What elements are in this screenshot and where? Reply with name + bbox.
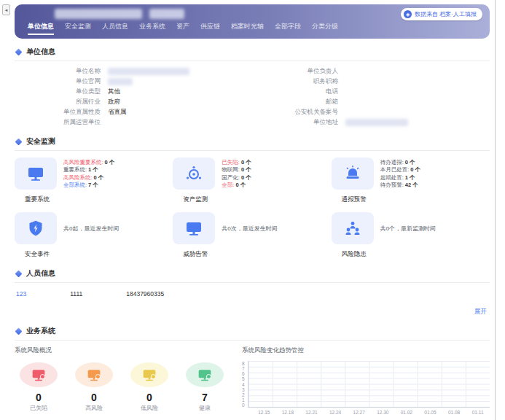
data-source-badge[interactable]: ◈ 数据来自 档案·人工填报	[401, 8, 482, 20]
header-tab[interactable]: 全部字段	[275, 22, 301, 35]
field-label: 所属运营单位	[15, 117, 101, 127]
risk-icon-oval	[186, 362, 224, 387]
field-value: 政府	[108, 97, 120, 106]
field-row: 单位官网	[15, 77, 252, 86]
header-tab[interactable]: 业务系统	[139, 22, 165, 35]
stat-line: 待办预警:42 个	[380, 182, 420, 189]
header-tab[interactable]: 档案时光轴	[231, 22, 264, 35]
stat-line: 高风险系统:0 个	[63, 174, 114, 182]
risk-overview-card: 0 高风险	[70, 362, 118, 412]
field-value	[108, 78, 133, 85]
security-event-card[interactable]: 共0起，最近发生时间 安全事件	[15, 212, 173, 259]
header-tab[interactable]: 安全监测	[65, 22, 91, 35]
person-phone: 18437960335	[126, 290, 164, 298]
person-dept: 1111	[70, 290, 82, 298]
x-tick: 12.30	[371, 408, 395, 415]
stat-line: 全部:0 个	[222, 182, 251, 189]
section-header-security: 安全监测	[15, 136, 490, 151]
system-status-icon	[31, 368, 46, 382]
x-tick: 12.24	[324, 408, 348, 415]
system-status-icon	[197, 368, 212, 382]
y-tick: 5	[242, 376, 245, 381]
field-value	[345, 119, 408, 126]
risk-label: 高风险	[85, 404, 103, 412]
risk-icon-oval	[130, 362, 168, 387]
collapse-panel-button[interactable]: ◂	[2, 4, 10, 15]
risk-count: 0	[146, 392, 152, 403]
header-tabs: 单位信息 安全监测 人员信息 业务系统 资产 供应链 档案时光轴 全部字段 分类…	[28, 22, 338, 35]
risk-count: 0	[36, 392, 42, 403]
alarm-icon	[344, 165, 361, 182]
database-icon: ◈	[404, 10, 412, 18]
section-bullet-icon	[15, 138, 23, 145]
person-name-link[interactable]: 123	[16, 290, 26, 298]
system-status-icon	[87, 368, 101, 382]
field-row: 单位名称	[15, 66, 252, 76]
security-event-cards: 共0起，最近发生时间 安全事件 共0次，最近发生时间	[15, 206, 490, 260]
expand-row: 展开	[15, 298, 490, 318]
event-card-text: 共0个，最新监测时间	[380, 225, 436, 233]
header-tab[interactable]: 资产	[176, 22, 189, 35]
section-title: 业务系统	[26, 326, 55, 336]
data-source-label: 数据来自 档案·人工填报	[415, 10, 477, 18]
security-event-card[interactable]: 共0次，最近发生时间 威胁告警	[173, 212, 331, 259]
event-card-text: 共0次，最近发生时间	[222, 225, 277, 233]
field-row: 电话	[252, 87, 490, 96]
stat-line: 高风险重要系统:0 个	[63, 159, 114, 166]
event-card-text: 共0起，最近发生时间	[63, 225, 119, 233]
redacted-unit-subtitle	[149, 9, 184, 19]
field-value: 其他	[108, 87, 120, 96]
risk-label: 已失陷	[30, 404, 47, 412]
header-tab[interactable]: 供应链	[200, 22, 220, 35]
security-stat-card[interactable]: 待办通报:0 个本月已处置:0 个超期处置:1 个待办预警:42 个 通报预警	[332, 158, 490, 204]
y-tick: 7	[242, 366, 245, 371]
field-label: 邮箱	[252, 97, 338, 106]
x-tick: 12.18	[276, 408, 300, 415]
section-header-business: 业务系统	[15, 326, 490, 341]
field-row: 职务职称	[252, 77, 490, 86]
chart-y-axis: 876543210	[242, 361, 248, 408]
field-label: 单位直属性质	[15, 107, 101, 117]
x-tick: 01.05	[418, 408, 442, 415]
section-header-unit-info: 单位信息	[15, 47, 490, 61]
security-stat-card[interactable]: 已失陷:0 个物联网:0 个国产化:0 个全部:0 个 资产监测	[173, 158, 331, 204]
section-bullet-icon	[15, 270, 23, 277]
risk-overview-card: 7 健康	[181, 362, 229, 412]
field-label: 单位负责人	[252, 66, 338, 76]
security-stat-card[interactable]: 高风险重要系统:0 个重要系统:1 个高风险系统:0 个全部系统:7 个 重要系…	[15, 158, 173, 204]
stat-line: 待办通报:0 个	[380, 159, 420, 166]
field-label: 单位名称	[15, 66, 101, 76]
person-row: 123 1111 18437960335	[15, 283, 490, 298]
risk-icon-oval	[75, 362, 113, 387]
field-row: 所属运营单位	[15, 117, 252, 127]
header-banner: ◈ 数据来自 档案·人工填报 单位信息 安全监测 人员信息 业务系统 资产 供应…	[15, 4, 490, 39]
stat-line: 超期处置:1 个	[380, 174, 420, 182]
section-title: 人员信息	[26, 268, 55, 279]
card-icon	[15, 212, 57, 244]
section-title: 单位信息	[26, 47, 55, 57]
risk-overview-cards: 0 已失陷 0 高风险	[15, 362, 233, 412]
section-header-person: 人员信息	[15, 268, 490, 283]
y-tick: 6	[242, 371, 245, 376]
card-label: 威胁告警	[183, 250, 331, 259]
y-tick: 2	[242, 392, 245, 397]
x-tick: 12.27	[347, 408, 371, 415]
expand-link[interactable]: 展开	[474, 308, 487, 315]
field-row: 单位地址	[252, 117, 490, 127]
card-label: 风险隐患	[342, 250, 490, 259]
field-label: 职务职称	[252, 77, 338, 86]
y-tick: 8	[242, 361, 245, 366]
header-tab[interactable]: 单位信息	[28, 22, 54, 35]
risk-label: 健康	[199, 404, 211, 412]
stat-line: 全部系统:7 个	[63, 182, 114, 189]
header-tab[interactable]: 分类分级	[312, 22, 338, 35]
risk-icon-oval	[20, 362, 58, 387]
section-title: 安全监测	[26, 136, 55, 147]
overview-subtitle: 系统风险概况	[15, 345, 233, 362]
security-event-card[interactable]: 共0个，最新监测时间 风险隐患	[332, 212, 490, 259]
card-icon	[173, 158, 215, 190]
section-bullet-icon	[15, 327, 23, 335]
header-tab[interactable]: 人员信息	[102, 22, 128, 35]
card-icon	[15, 158, 57, 190]
chart-x-axis: 12.1512.1812.2112.2412.2712.3001.0201.05…	[252, 408, 490, 415]
